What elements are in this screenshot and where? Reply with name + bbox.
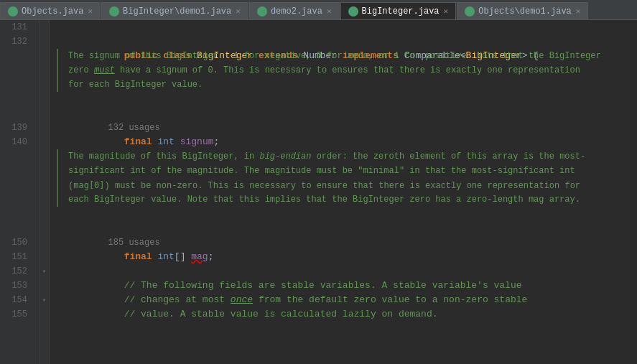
tab-icon-biginteger-demo1 xyxy=(109,6,119,17)
comment-153: // changes at most once from the default… xyxy=(124,294,528,305)
line-num-usages1 xyxy=(0,106,33,121)
line-num-jd2-3 xyxy=(0,178,33,192)
line-num-155: 155 xyxy=(0,307,33,322)
fold-marker-150 xyxy=(39,235,49,250)
tab-biginteger-demo1[interactable]: BigInteger\demo1.java ✕ xyxy=(101,2,248,19)
line-num-153: 153 xyxy=(0,279,33,293)
tab-icon-objects-demo1 xyxy=(465,6,475,17)
tab-objects-1[interactable]: Objects.java ✕ xyxy=(0,2,101,19)
code-line-131 xyxy=(57,20,637,34)
fold-marker-jd2-2 xyxy=(39,164,49,178)
fold-marker-155 xyxy=(39,307,49,322)
usages-132-text: 132 usages xyxy=(108,123,160,133)
tab-label-biginteger-demo1: BigInteger\demo1.java xyxy=(123,6,231,17)
fold-marker-usages1 xyxy=(39,106,49,121)
line-numbers: 131 132 139 140 xyxy=(0,20,39,364)
field-signum: signum xyxy=(180,136,214,147)
fold-marker-usages2 xyxy=(39,221,49,235)
type-int-1: int xyxy=(157,136,174,147)
tab-label-demo2: demo2.java xyxy=(271,6,322,17)
fold-marker-132 xyxy=(39,34,49,49)
fold-column: ▾ ▾ xyxy=(39,20,50,364)
close-tab-objects-demo1[interactable]: ✕ xyxy=(576,6,581,16)
keyword-final-2: final xyxy=(124,251,152,262)
code-line-152: // The following fields are stable varia… xyxy=(57,264,637,279)
type-int-2: int xyxy=(157,251,174,262)
line-num-jd2 xyxy=(0,63,33,78)
close-tab-biginteger-demo1[interactable]: ✕ xyxy=(236,6,241,16)
fold-marker-jd2 xyxy=(39,63,49,78)
fold-marker-jd1 xyxy=(39,49,49,63)
usages-185: 185 usages xyxy=(57,221,637,235)
tab-icon-biginteger xyxy=(348,6,358,17)
javadoc1-line3: for each BigInteger value. xyxy=(57,78,637,92)
line-num-jd2-1 xyxy=(0,149,33,164)
tab-objects-demo1[interactable]: Objects\demo1.java ✕ xyxy=(457,2,588,19)
line-num-151: 151 xyxy=(0,250,33,264)
fold-marker-153 xyxy=(39,279,49,293)
line-num-139: 139 xyxy=(0,121,33,135)
tab-label-biginteger: BigInteger.java xyxy=(362,6,440,17)
tab-biginteger[interactable]: BigInteger.java ✕ xyxy=(340,2,457,19)
close-tab-biginteger[interactable]: ✕ xyxy=(444,6,449,16)
line-num-jd2-5 xyxy=(0,207,33,221)
line-num-150: 150 xyxy=(0,235,33,250)
line-num-154: 154 xyxy=(0,293,33,307)
line-num-jd2-4 xyxy=(0,192,33,207)
fold-marker-140 xyxy=(39,135,49,149)
javadoc2-spacer xyxy=(57,207,637,221)
code-content: public class BigInteger extends Number i… xyxy=(50,20,637,364)
line-num-jd1 xyxy=(0,49,33,63)
tab-label-objects-demo1: Objects\demo1.java xyxy=(478,6,572,17)
left-gutter: 131 132 139 140 xyxy=(0,20,50,364)
javadoc2-line2: significant int of the magnitude. The ma… xyxy=(57,164,637,178)
javadoc1-line2: zero must have a signum of 0. This is ne… xyxy=(57,63,637,78)
field-mag: mag xyxy=(191,251,208,262)
line-num-132: 132 xyxy=(0,34,33,49)
line-num-jd2-2 xyxy=(0,164,33,178)
javadoc2-line4: each BigInteger value. Note that this im… xyxy=(57,192,637,207)
close-tab-objects-1[interactable]: ✕ xyxy=(88,6,93,16)
tab-demo2[interactable]: demo2.java ✕ xyxy=(249,2,340,19)
line-num-usages2 xyxy=(0,221,33,235)
editor: 131 132 139 140 xyxy=(0,20,637,364)
line-num-131: 131 xyxy=(0,20,33,34)
tab-icon-objects-1 xyxy=(8,6,18,17)
tab-icon-demo2 xyxy=(257,6,267,17)
fold-marker-131 xyxy=(39,20,49,34)
javadoc2-line1: The magnitude of this BigInteger, in big… xyxy=(57,149,637,164)
fold-marker-jd2-3 xyxy=(39,178,49,192)
line-num-140: 140 xyxy=(0,135,33,149)
usages-132: 132 usages xyxy=(57,106,637,121)
javadoc1-line1: The signum of this BigInteger: -1 for ne… xyxy=(57,49,637,63)
tab-label-objects-1: Objects.java xyxy=(22,6,83,17)
line-num-jd3 xyxy=(0,78,33,92)
close-tab-demo2[interactable]: ✕ xyxy=(327,6,332,16)
code-area: 131 132 139 140 xyxy=(0,20,637,364)
fold-marker-jd4 xyxy=(39,92,49,106)
comment-152: // The following fields are stable varia… xyxy=(124,280,522,291)
javadoc1-spacer xyxy=(57,92,637,106)
fold-marker-154[interactable]: ▾ xyxy=(39,293,49,307)
fold-marker-139 xyxy=(39,121,49,135)
fold-marker-152[interactable]: ▾ xyxy=(39,264,49,279)
line-num-jd4 xyxy=(0,92,33,106)
line-num-152: 152 xyxy=(0,264,33,279)
fold-marker-jd2-5 xyxy=(39,207,49,221)
tab-bar: Objects.java ✕ BigInteger\demo1.java ✕ d… xyxy=(0,0,637,20)
code-line-132: public class BigInteger extends Number i… xyxy=(57,34,637,49)
fold-marker-jd3 xyxy=(39,78,49,92)
javadoc2-line3: (mag[0]) must be non-zero. This is neces… xyxy=(57,178,637,192)
usages-185-text: 185 usages xyxy=(108,238,160,248)
fold-marker-151 xyxy=(39,250,49,264)
fold-marker-jd2-4 xyxy=(39,192,49,207)
keyword-final-1: final xyxy=(124,136,152,147)
fold-marker-jd2-1 xyxy=(39,149,49,164)
comment-154: // value. A stable value is calculated l… xyxy=(124,309,438,319)
